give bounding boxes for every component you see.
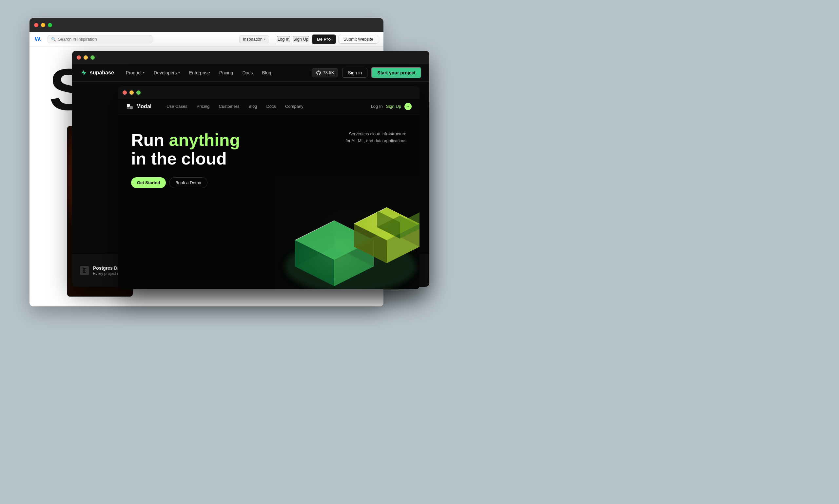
webflow-search-bar[interactable]: 🔍: [48, 35, 153, 43]
supabase-start-button[interactable]: Start your project: [371, 67, 422, 78]
modal-nav-right: Log In Sign Up →: [371, 103, 412, 110]
login-button[interactable]: Log In: [277, 36, 290, 42]
modal-close-light[interactable]: [123, 90, 127, 95]
modal-hero-highlight: anything: [169, 130, 240, 149]
modal-use-cases-link[interactable]: Use Cases: [162, 103, 192, 110]
modal-logo-icon: [126, 103, 134, 110]
modal-company-link[interactable]: Company: [281, 103, 308, 110]
github-count: 73.5K: [323, 70, 334, 75]
supabase-maximize-light[interactable]: [90, 55, 95, 60]
modal-hero-line1: Run anything: [131, 130, 240, 149]
supabase-logo-text: supabase: [90, 70, 114, 76]
modal-hero-subtitle: Serverless cloud infrastructure for AI, …: [345, 131, 406, 145]
modal-book-demo-button[interactable]: Book a Demo: [169, 177, 208, 188]
github-icon: [316, 70, 321, 75]
minimize-traffic-light[interactable]: [41, 23, 45, 27]
modal-customers-link[interactable]: Customers: [214, 103, 244, 110]
supabase-logo: supabase: [80, 69, 114, 76]
supabase-product-menu[interactable]: Product ▾: [122, 68, 148, 77]
chevron-down-icon: ▾: [264, 37, 266, 41]
modal-titlebar: [118, 86, 420, 98]
github-button[interactable]: 73.5K: [312, 68, 339, 77]
submit-website-button[interactable]: Submit Website: [339, 35, 378, 43]
supabase-nav-right: 73.5K Sign in Start your project: [312, 67, 422, 78]
product-chevron-icon: ▾: [143, 71, 144, 74]
signup-button[interactable]: Sign Up: [293, 36, 309, 42]
close-traffic-light[interactable]: [34, 23, 38, 27]
be-pro-button[interactable]: Be Pro: [312, 34, 336, 44]
inspiration-dropdown[interactable]: Inspiration ▾: [239, 35, 269, 43]
modal-logo: Modal: [126, 103, 151, 110]
webflow-titlebar: [30, 18, 383, 32]
supabase-nav-items: Product ▾ Developers ▾ Enterprise Pricin…: [122, 68, 312, 77]
modal-nav-items: Use Cases Pricing Customers Blog Docs Co…: [162, 103, 371, 110]
maximize-traffic-light[interactable]: [48, 23, 52, 27]
modal-signup-icon[interactable]: →: [405, 103, 412, 110]
modal-minimize-light[interactable]: [129, 90, 134, 95]
modal-docs-link[interactable]: Docs: [262, 103, 281, 110]
supabase-developers-menu[interactable]: Developers ▾: [150, 68, 184, 77]
supabase-close-light[interactable]: [77, 55, 81, 60]
modal-get-started-button[interactable]: Get Started: [131, 177, 166, 188]
supabase-minimize-light[interactable]: [84, 55, 88, 60]
modal-maximize-light[interactable]: [136, 90, 141, 95]
modal-hero-line2: in the cloud: [131, 149, 227, 168]
supabase-docs-link[interactable]: Docs: [238, 68, 257, 77]
inspiration-label: Inspiration: [243, 37, 263, 42]
webflow-logo: W.: [35, 36, 42, 42]
developers-chevron-icon: ▾: [178, 71, 180, 74]
search-icon: 🔍: [51, 37, 56, 42]
modal-blog-link[interactable]: Blog: [244, 103, 262, 110]
cube-svg: [275, 175, 420, 289]
modal-main-content: Serverless cloud infrastructure for AI, …: [118, 114, 420, 289]
supabase-nav: supabase Product ▾ Developers ▾ Enterpri…: [72, 64, 429, 82]
supabase-enterprise-link[interactable]: Enterprise: [185, 68, 214, 77]
webflow-nav-right: Inspiration ▾ Log In Sign Up Be Pro Subm…: [239, 34, 378, 44]
modal-login-button[interactable]: Log In: [371, 104, 383, 109]
modal-pricing-link[interactable]: Pricing: [192, 103, 214, 110]
postgres-icon: 🗄: [80, 266, 89, 275]
supabase-blog-link[interactable]: Blog: [258, 68, 275, 77]
modal-nav: Modal Use Cases Pricing Customers Blog D…: [118, 98, 420, 114]
supabase-titlebar: [72, 51, 429, 64]
modal-browser: Modal Use Cases Pricing Customers Blog D…: [118, 86, 420, 289]
supabase-signin-button[interactable]: Sign in: [342, 68, 368, 78]
search-input[interactable]: [58, 37, 149, 42]
cubes-visualization: [275, 175, 420, 289]
supabase-logo-icon: [80, 69, 87, 76]
modal-signup-text[interactable]: Sign Up: [386, 104, 401, 109]
webflow-toolbar: W. 🔍 Inspiration ▾ Log In Sign Up Be Pro…: [30, 32, 383, 47]
supabase-pricing-link[interactable]: Pricing: [215, 68, 237, 77]
modal-logo-text: Modal: [136, 104, 151, 109]
svg-rect-24: [275, 175, 420, 289]
